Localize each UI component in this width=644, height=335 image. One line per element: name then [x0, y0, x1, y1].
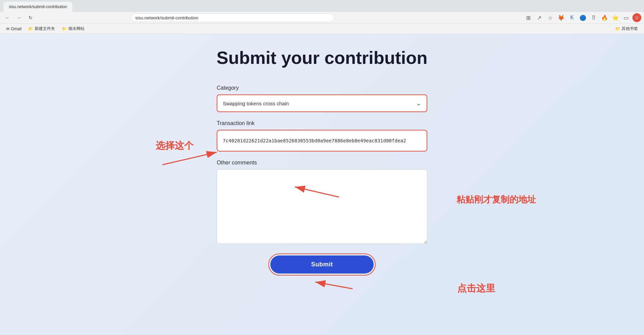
forward-button[interactable]: → [14, 13, 24, 22]
transaction-input[interactable] [217, 130, 427, 152]
browser-tab[interactable]: sisu.network/submit-contribution [3, 2, 72, 12]
star-icon[interactable]: ⭐ [611, 13, 620, 22]
url-text: sisu.network/submit-contribution [135, 15, 198, 20]
annotation-click-here: 点击这里 [457, 282, 495, 295]
metamask-icon[interactable]: 🦊 [556, 13, 566, 22]
bookmark-star-icon[interactable]: ☆ [545, 13, 555, 22]
category-group: Category Swapping tokens cross chain ⌄ [217, 85, 427, 112]
browser-tabs: sisu.network/submit-contribution [0, 0, 644, 12]
bookmark-other[interactable]: 📁 其他书签 [612, 25, 641, 32]
category-value: Swapping tokens cross chain [223, 101, 289, 106]
toolbar-icons: ⊞ ↗ ☆ 🦊 K 🔵 ⠿ 🔥 ⭐ ▭ U [524, 13, 641, 22]
fire-icon[interactable]: 🔥 [600, 13, 609, 22]
submit-button-outer: Submit [268, 253, 376, 276]
page-content: Submit your contribution [0, 34, 644, 335]
bookmark-faucet-label: 领水网站 [68, 26, 85, 32]
sidebar-toggle-icon[interactable]: ▭ [622, 13, 631, 22]
address-bar[interactable]: sisu.network/submit-contribution [131, 13, 335, 22]
comments-label: Other comments [217, 160, 427, 166]
grid-icon[interactable]: ⠿ [589, 13, 598, 22]
category-select[interactable]: Swapping tokens cross chain ⌄ [217, 94, 427, 112]
comments-textarea[interactable] [217, 169, 427, 244]
svg-line-5 [315, 282, 353, 289]
reload-button[interactable]: ↻ [26, 13, 35, 22]
gmail-icon: ✉ [6, 27, 10, 31]
submit-button[interactable]: Submit [270, 255, 374, 274]
extensions-icon[interactable]: ⊞ [524, 13, 533, 22]
browser-toolbar: ← → ↻ sisu.network/submit-contribution ⊞… [0, 12, 644, 23]
bookmark-gmail-label: Gmail [11, 27, 21, 31]
folder-icon-2: 📁 [62, 27, 67, 31]
bookmark-new-folder-label: 新建文件夹 [35, 26, 55, 32]
keplr-icon[interactable]: K [567, 13, 577, 22]
folder-icon-1: 📁 [28, 27, 33, 31]
back-button[interactable]: ← [3, 13, 12, 22]
bookmarks-bar: ✉ Gmail 📁 新建文件夹 📁 领水网站 📁 其他书签 [0, 24, 644, 34]
profile-icon[interactable]: U [632, 13, 641, 22]
folder-icon-3: 📁 [615, 27, 620, 31]
page-title: Submit your contribution [216, 48, 427, 68]
bookmark-gmail[interactable]: ✉ Gmail [3, 26, 24, 32]
annotation-select-this: 选择这个 [156, 139, 194, 152]
submit-wrapper: Submit [217, 253, 427, 276]
chevron-down-icon: ⌄ [416, 100, 421, 107]
bookmark-other-label: 其他书签 [622, 26, 638, 32]
category-label: Category [217, 85, 427, 91]
wallet-icon[interactable]: 🔵 [578, 13, 588, 22]
svg-line-3 [162, 152, 217, 165]
annotation-paste-address: 粘贴刚才复制的地址 [457, 194, 536, 206]
transaction-label: Transaction link [217, 120, 427, 126]
form-container: 选择这个 粘贴刚才复制的地址 Category Swapping tokens … [217, 85, 427, 276]
tab-label: sisu.network/submit-contribution [9, 4, 67, 9]
transaction-group: Transaction link [217, 120, 427, 152]
share-icon[interactable]: ↗ [535, 13, 544, 22]
browser-chrome: sisu.network/submit-contribution ← → ↻ s… [0, 0, 644, 24]
bookmark-new-folder[interactable]: 📁 新建文件夹 [25, 25, 58, 32]
bookmark-faucet[interactable]: 📁 领水网站 [59, 25, 87, 32]
comments-group: Other comments [217, 160, 427, 245]
